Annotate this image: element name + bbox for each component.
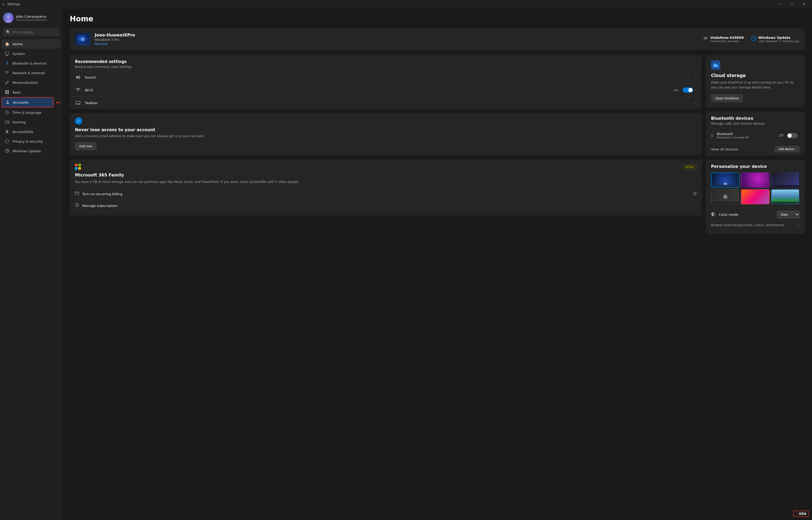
bt-device-icon: ᛒ [711,133,713,138]
m365-recurring-billing-row[interactable]: Turn on recurring billing [75,188,697,200]
home-icon: 🏠 [5,42,9,46]
sidebar-item-bluetooth[interactable]: ᛒ Bluetooth & devices [2,58,61,68]
wifi-row[interactable]: Wi-Fi On › [70,83,702,96]
xda-logo-text: XDA [799,512,807,516]
add-device-chevron: › [795,147,796,151]
user-section[interactable]: João Carrasqueira [0,8,62,27]
update-label: Windows Update [758,36,800,40]
sidebar-item-gaming[interactable]: Gaming [2,118,61,127]
manage-subscription-icon [75,203,79,208]
close-button[interactable]: ✕ [798,0,810,8]
right-col: Cloud storage Make sure OneDrive is up a… [706,55,805,234]
sound-row[interactable]: Sound › [70,71,702,83]
browse-row[interactable]: Browse more backgrounds, colors, and the… [711,220,800,230]
account-recovery-content: ✓ Never lose access to your account Add … [70,113,702,155]
app-body: João Carrasqueira 🔍 🏠 Home [0,8,812,520]
sidebar-item-accounts[interactable]: Accounts [2,97,54,107]
bluetooth-toggle[interactable] [787,133,797,138]
device-icon-inner [76,34,89,45]
wifi-toggle[interactable] [683,87,693,93]
device-icon [75,33,90,46]
bt-toggle-area: Off [779,133,800,138]
wifi-row-icon [75,87,81,93]
sidebar-item-update-label: Windows Update [12,149,41,153]
wallpaper-2[interactable] [741,173,769,188]
bluetooth-footer: View all devices Add device › [711,142,800,156]
svg-rect-25 [75,192,79,195]
user-name: João Carrasqueira [16,15,47,19]
m365-manage-subscription-row[interactable]: Manage subscription › [75,200,697,211]
open-onedrive-button[interactable]: Open OneDrive [711,94,743,102]
gaming-icon [5,120,9,124]
sidebar-item-accessibility[interactable]: Accessibility [2,127,61,136]
sidebar-item-gaming-label: Gaming [12,120,26,124]
svg-point-1 [6,15,10,19]
minimize-button[interactable]: ─ [774,0,786,8]
two-col-layout: Recommended settings Recent and commonly… [70,55,805,234]
bluetooth-icon: ᛒ [5,61,9,66]
sidebar-item-home[interactable]: 🏠 Home [2,39,61,49]
svg-rect-3 [5,52,9,55]
add-device-button[interactable]: Add device › [775,146,800,153]
device-info: Joao-HuaweiXPro MateBook X Pro Rename [95,32,699,46]
sound-label: Sound [85,76,695,79]
personalize-card: Personalize your device [706,160,805,234]
add-now-button[interactable]: Add now [75,142,97,150]
xda-watermark: □XDA [793,511,809,517]
device-rename-link[interactable]: Rename [95,42,699,46]
wallpaper-3[interactable] [771,173,800,188]
account-recovery-card: ✓ Never lose access to your account Add … [70,113,702,155]
sidebar-item-system[interactable]: System [2,49,61,58]
svg-rect-20 [77,43,88,43]
maximize-button[interactable]: □ [786,0,798,8]
cloud-icon [711,60,721,70]
recurring-billing-label: Turn on recurring billing [82,192,693,196]
sidebar-item-network-label: Network & internet [12,71,45,75]
wifi-row-label: Wi-Fi [85,88,674,92]
cloud-desc: Make sure OneDrive is up and running on … [711,80,800,90]
svg-rect-9 [7,93,9,94]
apps-icon [5,90,9,95]
sidebar-item-update[interactable]: Windows Update [2,146,61,156]
search-box[interactable]: 🔍 [3,28,59,36]
sidebar-item-network[interactable]: Network & internet [2,68,61,78]
personalize-content: Personalize your device [706,160,805,234]
m365-logo [75,164,81,170]
system-icon [5,51,9,56]
sidebar-item-privacy[interactable]: Privacy & security [2,137,61,146]
recovery-title: Never lose access to your account [75,127,697,132]
wifi-status-icon [703,36,708,42]
sidebar-item-apps[interactable]: Apps [2,87,61,97]
taskbar-chevron: › [695,101,697,105]
bluetooth-devices-desc: Manage, add, and remove devices [711,122,800,126]
titlebar-back-btn[interactable]: ← [2,2,5,6]
svg-point-10 [7,101,8,102]
wallpaper-4[interactable]: ⚙ [711,189,739,204]
wallpaper-1[interactable] [711,173,739,188]
search-icon: 🔍 [6,30,10,34]
svg-rect-7 [7,90,9,92]
recovery-desc: Add a recovery email address to make sur… [75,134,697,138]
bt-device-name: Bluetooth [717,132,779,136]
taskbar-row[interactable]: Taskbar › [70,96,702,109]
recurring-billing-icon [75,191,79,197]
wallpaper-5[interactable] [741,189,769,204]
privacy-icon [5,139,9,144]
accounts-arrow-indicator: ← [56,99,61,106]
wallpaper-6[interactable] [771,189,800,204]
wifi-status-item: Vodafone-429E60 Connected, secured [703,36,744,43]
titlebar-controls: ─ □ ✕ [774,0,810,8]
search-input[interactable] [12,30,56,34]
sidebar-item-personalization[interactable]: Personalization [2,78,61,87]
recommended-settings-card: Recommended settings Recent and commonly… [70,55,702,109]
recommended-title: Recommended settings [75,59,697,64]
m365-header: Active [75,164,697,170]
color-mode-select[interactable]: Dark Light Custom [777,211,800,218]
active-badge: Active [683,164,697,170]
sidebar-item-time[interactable]: Time & language [2,108,61,117]
update-info: Windows Update Last checked: 7 minutes a… [758,36,800,43]
bluetooth-devices-card: Bluetooth devices Manage, add, and remov… [706,112,805,156]
view-all-devices-link[interactable]: View all devices [711,147,773,151]
svg-point-19 [81,38,84,41]
m365-actions: Turn on recurring billing [75,188,697,211]
